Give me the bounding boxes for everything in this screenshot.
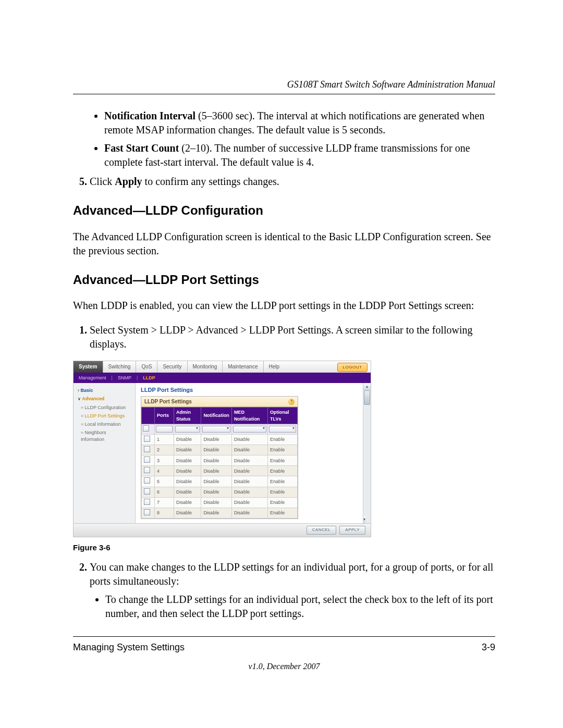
sidebar-advanced[interactable]: Advanced xyxy=(74,394,135,403)
scroll-down-icon[interactable]: ▾ xyxy=(363,516,365,523)
table-row: 6DisableDisableDisableEnable xyxy=(142,487,298,497)
intro-bullets: Notification Interval (5–3600 sec). The … xyxy=(73,109,495,169)
cell-port: 8 xyxy=(155,508,174,518)
filter-admin[interactable] xyxy=(174,424,201,434)
step-5: Click Apply to confirm any settings chan… xyxy=(90,175,495,189)
row-checkbox[interactable] xyxy=(142,476,155,487)
sidebar-item-lldp-config[interactable]: LLDP Configuration xyxy=(74,403,135,412)
section-heading-lldp-config: Advanced—LLDP Configuration xyxy=(73,202,495,219)
cell-med: Disable xyxy=(231,508,267,518)
subnav-lldp[interactable]: LLDP xyxy=(143,375,155,381)
bullet-fast-start: Fast Start Count (2–10). The number of s… xyxy=(104,141,495,169)
table-row: 7DisableDisableDisableEnable xyxy=(142,497,298,508)
tab-system[interactable]: System xyxy=(74,361,103,373)
cell-tlv: Enable xyxy=(268,455,298,466)
filter-med-select[interactable] xyxy=(233,426,266,433)
row-checkbox[interactable] xyxy=(142,497,155,508)
scroll-up-icon[interactable]: ▴ xyxy=(363,383,371,390)
logout-button[interactable]: LOGOUT xyxy=(337,363,368,372)
cell-tlv: Enable xyxy=(268,508,298,518)
port-settings-table: Ports Admin Status Notification MED Noti… xyxy=(141,407,298,519)
apply-button[interactable]: APPLY xyxy=(339,526,365,535)
step-text: to confirm any settings changes. xyxy=(142,176,279,187)
table-row: 2DisableDisableDisableEnable xyxy=(142,445,298,455)
cell-admin: Disable xyxy=(174,455,201,466)
cancel-button[interactable]: CANCEL xyxy=(307,526,336,535)
sidebar-basic[interactable]: Basic xyxy=(74,386,135,394)
row-checkbox[interactable] xyxy=(142,508,155,518)
row-checkbox[interactable] xyxy=(142,466,155,476)
cell-med: Disable xyxy=(231,476,267,487)
sidebar-item-lldp-port-settings[interactable]: LLDP Port Settings xyxy=(74,412,135,420)
filter-select-all[interactable] xyxy=(142,424,155,434)
cell-notif: Disable xyxy=(201,445,232,455)
cell-port: 4 xyxy=(155,466,174,476)
filter-notif-select[interactable] xyxy=(202,426,230,433)
cell-notif: Disable xyxy=(201,466,232,476)
scroll-thumb[interactable] xyxy=(364,390,370,405)
cell-port: 3 xyxy=(155,455,174,466)
step-bold: Apply xyxy=(115,176,142,187)
filter-port[interactable] xyxy=(155,424,174,434)
step-text: Click xyxy=(90,176,115,187)
step-1: Select System > LLDP > Advanced > LLDP P… xyxy=(90,323,495,351)
row-checkbox[interactable] xyxy=(142,434,155,445)
cell-port: 2 xyxy=(155,445,174,455)
tab-spacer xyxy=(285,361,337,373)
table-row: 5DisableDisableDisableEnable xyxy=(142,476,298,487)
step-5-list: Click Apply to confirm any settings chan… xyxy=(73,175,495,189)
sidebar-item-neighbors-info[interactable]: Neighbors Information xyxy=(74,428,135,443)
vertical-scrollbar[interactable]: ▴ ▾ xyxy=(363,383,371,523)
step-text: You can make changes to the LLDP setting… xyxy=(90,561,493,587)
filter-med[interactable] xyxy=(231,424,267,434)
filter-tlv[interactable] xyxy=(268,424,298,434)
table-row: 4DisableDisableDisableEnable xyxy=(142,466,298,476)
cell-port: 1 xyxy=(155,434,174,445)
footer: Managing System Settings 3-9 xyxy=(73,641,495,653)
filter-notif[interactable] xyxy=(201,424,232,434)
subnav-sep: | xyxy=(137,375,138,381)
main-area: LLDP Port Settings LLDP Port Settings ? … xyxy=(136,383,371,523)
tab-security[interactable]: Security xyxy=(157,361,187,373)
row-checkbox[interactable] xyxy=(142,487,155,497)
checkbox-icon xyxy=(144,436,150,442)
cell-tlv: Enable xyxy=(268,434,298,445)
tab-switching[interactable]: Switching xyxy=(103,361,137,373)
running-header: GS108T Smart Switch Software Administrat… xyxy=(73,78,495,91)
cell-tlv: Enable xyxy=(268,487,298,497)
cell-notif: Disable xyxy=(201,455,232,466)
tab-monitoring[interactable]: Monitoring xyxy=(188,361,223,373)
panel: LLDP Port Settings ? Ports Admin Status … xyxy=(141,396,298,519)
button-bar: CANCEL APPLY xyxy=(74,523,371,537)
col-checkbox xyxy=(142,408,155,424)
footer-version: v1.0, December 2007 xyxy=(73,661,495,672)
footer-right: 3-9 xyxy=(482,641,495,653)
row-checkbox[interactable] xyxy=(142,445,155,455)
filter-tlv-select[interactable] xyxy=(269,426,296,433)
subnav-management[interactable]: Management xyxy=(79,375,106,381)
cell-notif: Disable xyxy=(201,497,232,508)
filter-port-input[interactable] xyxy=(156,426,173,433)
cell-med: Disable xyxy=(231,445,267,455)
sidebar-item-local-info[interactable]: Local Information xyxy=(74,420,135,428)
tab-maintenance[interactable]: Maintenance xyxy=(223,361,263,373)
tab-help[interactable]: Help xyxy=(264,361,285,373)
cell-port: 5 xyxy=(155,476,174,487)
panel-title: LLDP Port Settings xyxy=(141,386,369,394)
scroll-track[interactable] xyxy=(363,390,371,516)
subnav-snmp[interactable]: SNMP xyxy=(118,375,131,381)
table-filter-row xyxy=(142,424,298,434)
row-checkbox[interactable] xyxy=(142,455,155,466)
figure-caption: Figure 3-6 xyxy=(73,542,495,553)
filter-admin-select[interactable] xyxy=(175,426,200,433)
cell-med: Disable xyxy=(231,497,267,508)
tab-qos[interactable]: QoS xyxy=(136,361,157,373)
cell-med: Disable xyxy=(231,434,267,445)
section2-steps: Select System > LLDP > Advanced > LLDP P… xyxy=(73,323,495,351)
post-steps: You can make changes to the LLDP setting… xyxy=(73,560,495,621)
header-rule xyxy=(73,94,495,94)
checkbox-icon xyxy=(144,456,150,463)
panel-header: LLDP Port Settings ? xyxy=(141,397,298,408)
col-notification: Notification xyxy=(201,408,232,424)
help-icon[interactable]: ? xyxy=(288,399,295,405)
